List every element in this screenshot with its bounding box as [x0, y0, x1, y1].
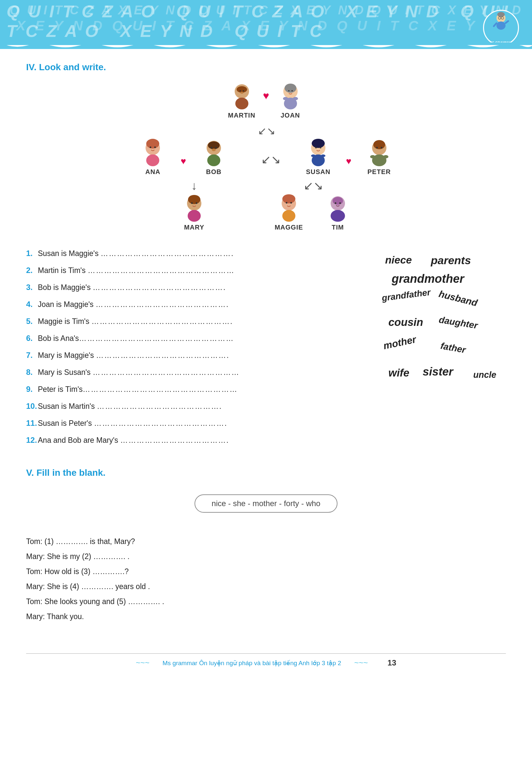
wb-sister: sister: [423, 365, 453, 378]
svg-point-32: [215, 147, 217, 149]
q6-text: Bob is Ana's…………………………………………………: [38, 333, 234, 344]
svg-line-7: [506, 21, 508, 23]
q9-num: 9.: [26, 383, 38, 395]
q12-text: Ana and Bob are Mary's ………………………………….: [38, 435, 229, 446]
svg-point-28: [146, 154, 159, 166]
svg-point-5: [496, 22, 506, 30]
maggie-tim-branch: ↙↘ MAGGIE: [274, 179, 352, 231]
svg-point-12: [240, 92, 243, 94]
bob-label: BOB: [206, 168, 221, 176]
dialogue-line-6: Mary: Thank you.: [26, 609, 506, 624]
svg-point-22: [293, 97, 298, 100]
section4-title: IV. Look and write.: [26, 62, 506, 72]
maggie-figure: MAGGIE: [274, 194, 304, 231]
svg-point-63: [331, 210, 345, 222]
svg-text:↙↘: ↙↘: [258, 125, 275, 137]
ana-figure: ANA: [138, 139, 167, 176]
svg-point-11: [243, 90, 244, 91]
wb-husband: husband: [438, 288, 478, 308]
q3-text: Bob is Maggie's ………………………………………….: [38, 282, 226, 293]
q6-num: 6.: [26, 332, 38, 344]
exercises-area: 1. Susan is Maggie's …………………………………………. 2…: [26, 247, 506, 451]
word-bank: niece parents grandmother grandfather hu…: [382, 254, 506, 391]
svg-point-47: [370, 155, 375, 158]
svg-point-33: [212, 149, 216, 151]
question-12: 12. Ana and Bob are Mary's ……………………………………: [26, 434, 362, 446]
svg-point-38: [320, 147, 321, 149]
fill-blank-box: nice - she - mother - forty - who: [195, 494, 337, 513]
arrow-susan-peter-children: ↙↘: [261, 153, 281, 166]
q12-num: 12.: [26, 434, 38, 446]
joan-figure: JOAN: [276, 82, 305, 119]
q8-num: 8.: [26, 366, 38, 378]
wb-uncle: uncle: [473, 370, 496, 380]
question-11: 11. Susan is Peter's ………………………………………….: [26, 417, 362, 429]
question-6: 6. Bob is Ana's…………………………………………………: [26, 332, 362, 344]
q10-num: 10.: [26, 400, 38, 412]
footer: ~~~ Ms grammar Ôn luyện ngữ pháp và bài …: [26, 653, 506, 667]
mary-figure: MARY: [180, 194, 209, 231]
wb-wife: wife: [388, 367, 409, 379]
susan-label: SUSAN: [306, 168, 330, 176]
svg-point-36: [312, 139, 325, 148]
dialogue-line-1: Tom: (1) …………. is that, Mary?: [26, 534, 506, 549]
question-4: 4. Joan is Maggie's ………………………………………….: [26, 298, 362, 310]
questions-col: 1. Susan is Maggie's …………………………………………. 2…: [26, 247, 362, 451]
svg-point-17: [285, 84, 296, 93]
dialogue-line-3: Tom: How old is (3) ………….?: [26, 564, 506, 579]
svg-point-40: [311, 154, 316, 157]
words-col: niece parents grandmother grandfather hu…: [382, 247, 506, 451]
svg-point-10: [240, 90, 241, 91]
footer-wavy: ~~~: [136, 658, 149, 667]
q4-num: 4.: [26, 298, 38, 310]
q11-num: 11.: [26, 417, 38, 429]
wb-daughter: daughter: [438, 314, 478, 331]
q5-text: Maggie is Tim's …………………………………………….: [38, 316, 233, 327]
question-8: 8. Mary is Susan's ………………………………………………: [26, 366, 362, 378]
susan-figure: SUSAN: [304, 139, 333, 176]
svg-point-19: [291, 90, 293, 91]
martin-label: MARTIN: [228, 112, 256, 119]
wb-mother: mother: [382, 334, 417, 351]
question-7: 7. Mary is Maggie's ………………………………………….: [26, 349, 362, 361]
joan-label: JOAN: [281, 112, 300, 119]
mary-label: MARY: [184, 224, 204, 231]
q8-text: Mary is Susan's ………………………………………………: [38, 367, 240, 378]
wb-cousin: cousin: [388, 316, 423, 328]
svg-point-1: [497, 12, 505, 17]
section5: V. Fill in the blank. nice - she - mothe…: [26, 468, 506, 624]
question-1: 1. Susan is Maggie's ………………………………………….: [26, 247, 362, 259]
svg-point-31: [211, 147, 212, 149]
wb-niece: niece: [385, 254, 412, 266]
ana-label: ANA: [145, 168, 160, 176]
arrow-martin-joan: ↙↘: [256, 124, 276, 137]
svg-point-21: [283, 97, 288, 100]
svg-point-27: [154, 147, 156, 148]
family-tree: MARTIN ♥ JOAN: [26, 82, 506, 231]
svg-point-43: [373, 140, 385, 149]
svg-point-60: [333, 197, 343, 205]
q10-text: Susan is Martin's ……………………………………….: [38, 401, 222, 412]
svg-point-48: [383, 155, 388, 158]
martin-joan-heart: ♥: [263, 90, 269, 102]
wb-grandmother: grandmother: [392, 272, 464, 286]
wb-parents: parents: [431, 254, 471, 267]
maggie-label: MAGGIE: [274, 224, 303, 231]
q2-text: Martin is Tim's ………………………………………………: [38, 265, 235, 276]
svg-point-37: [315, 147, 317, 149]
svg-point-61: [335, 202, 336, 204]
header-banner: Q U I T C Z A O Q U I T C Z A O X E Y N …: [0, 0, 532, 42]
q7-text: Mary is Maggie's ………………………………………….: [38, 350, 229, 361]
q7-num: 7.: [26, 349, 38, 361]
svg-point-15: [243, 92, 247, 95]
dialogue-line-4: Mary: She is (4) …………. years old .: [26, 579, 506, 594]
svg-point-13: [235, 98, 248, 109]
main-content: IV. Look and write. MARTIN ♥: [0, 49, 532, 644]
svg-point-55: [282, 194, 295, 203]
question-2: 2. Martin is Tim's ………………………………………………: [26, 264, 362, 276]
svg-point-45: [381, 147, 382, 149]
wb-grandfather: grandfather: [381, 287, 431, 303]
tim-label: TIM: [332, 224, 344, 231]
header-wave: [0, 42, 532, 49]
q9-text: Peter is Tim's…………………………………………………: [38, 384, 238, 395]
